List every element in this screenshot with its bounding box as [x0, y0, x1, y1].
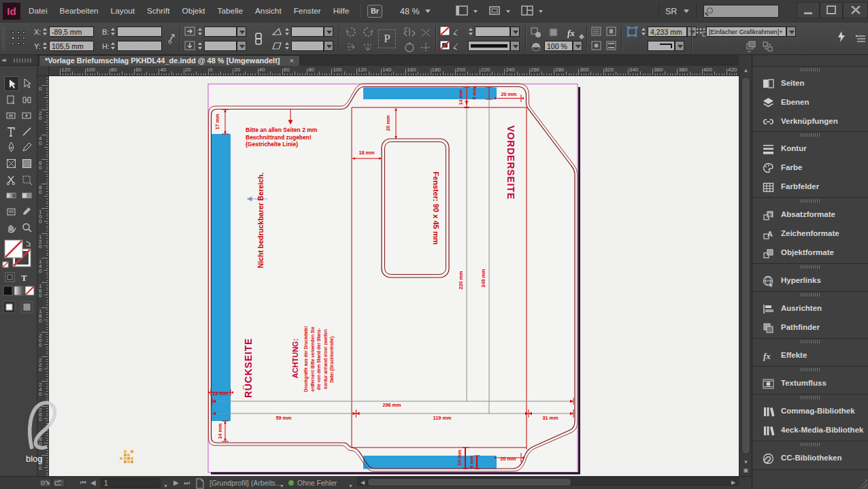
horizontal-ruler[interactable]: 1201008060402002040608010012014016018020… — [49, 66, 739, 76]
preflight-profile-dropdown[interactable]: [Grundprofil] (Arbeits... — [210, 477, 282, 489]
bridge-button[interactable]: Br — [367, 5, 382, 18]
quick-apply-lightning-icon[interactable] — [835, 31, 847, 46]
stepper-arrows[interactable] — [284, 27, 290, 37]
previous-page-button[interactable]: ◀ — [90, 477, 96, 489]
menu-bearbeiten[interactable]: Bearbeiten — [54, 0, 105, 22]
window-resize-grip[interactable] — [858, 479, 867, 488]
rectangle-tool[interactable] — [20, 156, 35, 171]
panel-grip[interactable] — [801, 293, 821, 297]
drop-shadow-button[interactable] — [548, 27, 559, 41]
page-tool[interactable] — [4, 92, 19, 107]
vertical-scrollbar[interactable]: ▲ ▼ ▣ — [739, 66, 752, 476]
pen-tool[interactable] — [4, 140, 19, 155]
stepper-arrows[interactable] — [197, 27, 203, 37]
zoom-level-dropdown[interactable]: 48 % — [400, 0, 431, 22]
gradient-swatch-tool[interactable] — [4, 188, 19, 203]
next-page-button[interactable]: ▶ — [173, 477, 179, 489]
dock-item-cc-bibliotheken[interactable]: CC-Bibliotheken — [752, 449, 868, 468]
split-view-icon[interactable]: ▣ — [739, 467, 752, 473]
tools-panel-header[interactable]: ◂◂ — [0, 55, 37, 66]
direct-selection-tool[interactable] — [20, 76, 35, 91]
height-field[interactable] — [117, 41, 162, 51]
dock-item-objektformate[interactable]: Objektformate — [752, 243, 868, 263]
panel-grip[interactable] — [801, 396, 821, 399]
view-options-button[interactable] — [456, 5, 478, 18]
apply-gradient-button[interactable] — [14, 286, 23, 295]
shear-dropdown[interactable] — [324, 27, 333, 37]
style-override-icon[interactable] — [762, 41, 773, 55]
preflight-status-text[interactable]: Ohne Fehler — [297, 477, 337, 489]
transform-sequence-button[interactable] — [419, 41, 433, 55]
corner-shape-field[interactable] — [648, 41, 675, 51]
search-input[interactable] — [703, 5, 779, 18]
cp-fill-flyout[interactable] — [452, 26, 461, 39]
panel-grip[interactable] — [801, 368, 821, 371]
menu-schrift[interactable]: Schrift — [141, 0, 176, 22]
panel-grip[interactable] — [801, 340, 821, 343]
rotation-dropdown[interactable] — [324, 41, 333, 51]
gradient-feather-tool[interactable] — [20, 188, 35, 203]
wrap-bounding-box-button[interactable] — [606, 27, 617, 39]
wrap-none-button[interactable] — [591, 27, 602, 39]
dock-item-kontur[interactable]: Kontur — [752, 139, 868, 158]
formatting-affects-text-button[interactable]: T — [21, 273, 27, 283]
cp-stroke-flyout[interactable] — [452, 40, 461, 53]
dock-item-effekte[interactable]: fxEffekte — [752, 346, 868, 365]
line-tool[interactable] — [20, 124, 35, 139]
panel-menu-icon[interactable] — [856, 33, 866, 47]
object-style-dropdown[interactable] — [786, 27, 796, 37]
object-style-field[interactable]: [Einfacher Grafikrahmen]+ — [706, 27, 786, 37]
ruler-corner[interactable] — [37, 66, 49, 76]
horizontal-scrollbar[interactable]: ◀ ▶ — [357, 477, 739, 486]
cp-fill-swatch[interactable] — [439, 26, 450, 39]
rotation-field[interactable] — [291, 41, 324, 51]
shear-field[interactable] — [291, 27, 324, 37]
opacity-field[interactable]: 100 % — [544, 41, 573, 51]
scale-y-percent-field[interactable] — [204, 41, 237, 51]
corner-radius-field[interactable]: 4,233 mm — [648, 27, 687, 37]
rotate-cw-button[interactable] — [363, 27, 374, 41]
opacity-dropdown[interactable] — [573, 41, 582, 51]
scroll-left-arrow[interactable]: ◀ — [359, 479, 366, 486]
stepper-arrows[interactable] — [110, 27, 116, 37]
stepper-arrows[interactable] — [42, 27, 48, 37]
panel-grip[interactable] — [801, 133, 821, 137]
y-position-field[interactable]: 105,5 mm — [49, 41, 94, 51]
stepper-arrows[interactable] — [110, 41, 116, 51]
swap-fill-stroke-icon[interactable] — [26, 241, 30, 246]
flip-horizontal-button[interactable] — [346, 41, 357, 56]
dock-item-4eck-media-bibliothek[interactable]: 4eck-Media-Bibliothek — [752, 421, 868, 440]
close-button[interactable] — [843, 2, 868, 18]
screen-mode-button[interactable] — [488, 5, 510, 18]
width-field[interactable] — [117, 27, 162, 37]
dock-item-farbe[interactable]: Farbe — [752, 158, 868, 178]
menu-tabelle[interactable]: Tabelle — [212, 0, 249, 22]
scale-y-dropdown[interactable] — [237, 41, 246, 51]
preflight-dropdown-icon[interactable]: ▼ — [280, 480, 284, 489]
dock-item-seiten[interactable]: Seiten — [752, 74, 868, 93]
selection-tool[interactable] — [4, 76, 19, 91]
apply-color-button[interactable] — [3, 286, 12, 295]
rotate-180-button[interactable] — [403, 27, 416, 41]
snippet-icon[interactable] — [746, 41, 757, 55]
menu-objekt[interactable]: Objekt — [176, 0, 211, 22]
zoom-tool[interactable] — [20, 220, 35, 235]
menu-layout[interactable]: Layout — [105, 0, 141, 22]
stepper-arrows[interactable] — [468, 27, 474, 37]
stroke-weight-field[interactable] — [475, 27, 510, 37]
panel-grip[interactable] — [801, 68, 821, 71]
gap-tool[interactable] — [20, 92, 35, 107]
scroll-up-arrow[interactable]: ▲ — [739, 67, 752, 73]
last-page-button[interactable]: ⏭ — [184, 477, 190, 489]
scroll-right-arrow[interactable]: ▶ — [730, 479, 737, 486]
eyedropper-tool[interactable] — [20, 205, 35, 220]
note-tool[interactable] — [4, 205, 19, 220]
menu-fenster[interactable]: Fenster — [288, 0, 327, 22]
envelope-template-drawing[interactable]: 20 mm14 mm8 mm17 mm20 mm18 mm220 mm249 m… — [49, 76, 739, 476]
maximize-button[interactable] — [820, 2, 843, 18]
workspace-switcher[interactable]: SR — [665, 0, 689, 22]
stroke-weight-dropdown[interactable] — [510, 27, 520, 37]
hand-tool[interactable] — [4, 220, 19, 235]
flip-vertical-button[interactable] — [363, 41, 374, 56]
page-number-dropdown-icon[interactable]: ▼ — [163, 480, 168, 489]
